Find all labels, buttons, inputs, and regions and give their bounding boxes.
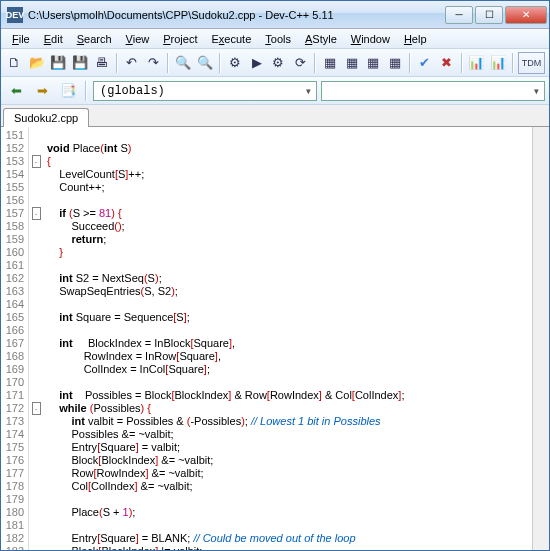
editor-tabbar: Sudoku2.cpp: [1, 105, 549, 127]
vertical-scrollbar[interactable]: [532, 127, 549, 550]
open-file-icon[interactable]: 📂: [27, 52, 47, 74]
menu-file[interactable]: File: [5, 31, 37, 47]
check-icon[interactable]: ✔: [415, 52, 435, 74]
rebuild-icon[interactable]: ⟳: [290, 52, 310, 74]
close-button[interactable]: ✕: [505, 6, 547, 24]
member-combo[interactable]: [321, 81, 545, 101]
nav-back-icon[interactable]: ⬅: [5, 80, 27, 102]
window-grid-icon[interactable]: ▦: [363, 52, 383, 74]
toolbar-nav: ⬅ ➡ 📑 (globals): [1, 77, 549, 105]
compile-icon[interactable]: ⚙: [225, 52, 245, 74]
window-cascade-icon[interactable]: ▦: [385, 52, 405, 74]
menu-astyle[interactable]: AStyle: [298, 31, 344, 47]
save-all-icon[interactable]: 💾: [70, 52, 90, 74]
run-icon[interactable]: ▶: [247, 52, 267, 74]
editor-tab[interactable]: Sudoku2.cpp: [3, 108, 89, 127]
window-title: C:\Users\pmolh\Documents\CPP\Sudoku2.cpp…: [28, 9, 445, 21]
menu-search[interactable]: Search: [70, 31, 119, 47]
menu-view[interactable]: View: [119, 31, 157, 47]
menu-project[interactable]: Project: [156, 31, 204, 47]
undo-icon[interactable]: ↶: [122, 52, 142, 74]
print-icon[interactable]: 🖶: [92, 52, 112, 74]
menu-tools[interactable]: Tools: [258, 31, 298, 47]
close-tab-icon[interactable]: ✖: [437, 52, 457, 74]
find-icon[interactable]: 🔍: [173, 52, 193, 74]
window-split-icon[interactable]: ▦: [320, 52, 340, 74]
chart2-icon[interactable]: 📊: [488, 52, 508, 74]
menu-window[interactable]: Window: [344, 31, 397, 47]
chart-icon[interactable]: 📊: [467, 52, 487, 74]
menu-help[interactable]: Help: [397, 31, 434, 47]
menu-edit[interactable]: Edit: [37, 31, 70, 47]
menubar: File Edit Search View Project Execute To…: [1, 29, 549, 49]
redo-icon[interactable]: ↷: [144, 52, 164, 74]
minimize-button[interactable]: ─: [445, 6, 473, 24]
compile-run-icon[interactable]: ⚙: [268, 52, 288, 74]
toolbar-main: 🗋 📂 💾 💾 🖶 ↶ ↷ 🔍 🔍 ⚙ ▶ ⚙ ⟳ ▦ ▦ ▦ ▦ ✔ ✖ 📊 …: [1, 49, 549, 77]
fold-column[interactable]: ---: [29, 127, 43, 550]
window-tile-icon[interactable]: ▦: [342, 52, 362, 74]
maximize-button[interactable]: ☐: [475, 6, 503, 24]
menu-execute[interactable]: Execute: [205, 31, 259, 47]
nav-forward-icon[interactable]: ➡: [31, 80, 53, 102]
replace-icon[interactable]: 🔍: [195, 52, 215, 74]
save-icon[interactable]: 💾: [49, 52, 69, 74]
tdm-button[interactable]: TDM: [518, 52, 545, 74]
app-icon: DEV: [7, 7, 23, 23]
line-number-gutter: 1511521531541551561571581591601611621631…: [1, 127, 29, 550]
scope-combo[interactable]: (globals): [93, 81, 317, 101]
app-window: DEV C:\Users\pmolh\Documents\CPP\Sudoku2…: [0, 0, 550, 551]
titlebar[interactable]: DEV C:\Users\pmolh\Documents\CPP\Sudoku2…: [1, 1, 549, 29]
bookmark-icon[interactable]: 📑: [57, 80, 79, 102]
new-file-icon[interactable]: 🗋: [5, 52, 25, 74]
code-editor[interactable]: 1511521531541551561571581591601611621631…: [1, 127, 549, 550]
code-area[interactable]: void Place(int S){ LevelCount[S]++; Coun…: [43, 127, 532, 550]
